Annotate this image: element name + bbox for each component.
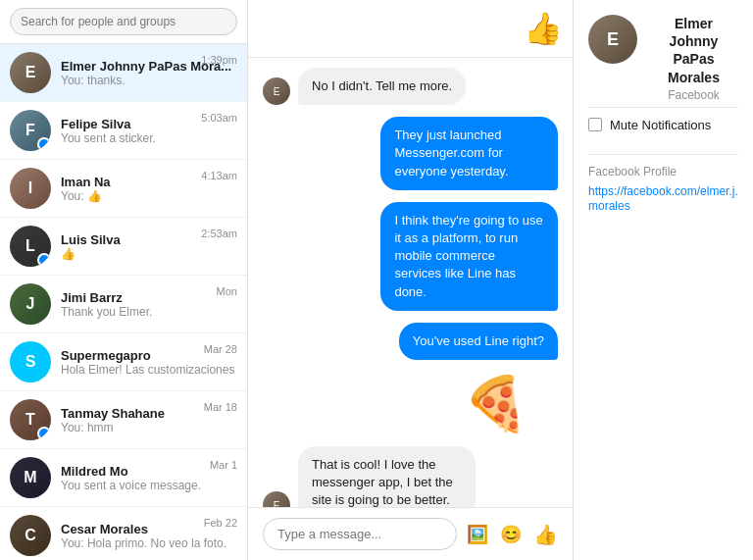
fb-profile-section: Facebook Profile https://facebook.com/el… xyxy=(588,154,738,213)
contact-item-luis[interactable]: L Luis Silva 👍 2:53am xyxy=(0,218,247,276)
emoji-icon[interactable]: 😊 xyxy=(500,524,522,545)
avatar-cesar: C xyxy=(10,515,51,556)
contact-time-cesar: Feb 22 xyxy=(204,517,237,529)
contact-item-tanmay[interactable]: T Tanmay Shahane You: hmm Mar 18 xyxy=(0,391,247,449)
message-input[interactable] xyxy=(263,518,457,550)
contact-preview-elmer: You: thanks. xyxy=(61,74,237,87)
contact-preview-jimi: Thank you Elmer. xyxy=(61,305,237,319)
contact-info-jimi: Jimi Barrz Thank you Elmer. xyxy=(61,290,237,319)
msg-avatar-0: E xyxy=(263,77,290,105)
profile-info: Elmer Johnny PaPas Morales Facebook xyxy=(649,15,738,102)
contact-preview-tanmay: You: hmm xyxy=(61,421,237,434)
msg-row-sent-3: You've used Line right? xyxy=(263,323,558,360)
avatar-elmer: E xyxy=(10,52,51,93)
msg-bubble-sent-3: You've used Line right? xyxy=(399,323,558,360)
chat-icons: 🖼️ 😊 👍 xyxy=(467,523,558,546)
contact-preview-felipe: You sent a sticker. xyxy=(61,131,237,145)
contact-item-mildred[interactable]: M Mildred Mo You sent a voice message. M… xyxy=(0,449,247,507)
contact-preview-luis: 👍 xyxy=(61,247,237,261)
contact-time-super: Mar 28 xyxy=(204,343,237,355)
search-bar xyxy=(0,0,247,44)
msg-bubble-0: No I didn't. Tell me more. xyxy=(298,68,466,105)
contact-preview-cesar: You: Hola primo. No veo la foto. xyxy=(61,536,237,550)
msg-row-sent-1: They just launched Messenger.com for eve… xyxy=(263,117,558,190)
contact-item-iman[interactable]: I Iman Na You: 👍 4:13am xyxy=(0,160,247,218)
avatar-felipe: F xyxy=(10,110,51,151)
contact-item-cesar[interactable]: C Cesar Morales You: Hola primo. No veo … xyxy=(0,507,247,560)
avatar-jimi: J xyxy=(10,283,51,325)
contact-item-super[interactable]: S Supermegapro Hola Elmer! Las customiza… xyxy=(0,333,247,391)
mute-checkbox[interactable] xyxy=(588,118,602,131)
mute-row: Mute Notifications xyxy=(588,107,738,142)
contact-time-tanmay: Mar 18 xyxy=(204,401,237,413)
contact-time-mildred: Mar 1 xyxy=(210,459,237,471)
right-panel: E Elmer Johnny PaPas Morales Facebook Mu… xyxy=(574,0,753,560)
sticker-4: 🍕 xyxy=(463,377,528,430)
left-panel: E Elmer Johnny PaPas Mora... You: thanks… xyxy=(0,0,248,560)
avatar-tanmay: T xyxy=(10,399,51,440)
chat-header: 👍 xyxy=(248,0,573,58)
contact-time-jimi: Mon xyxy=(217,285,237,297)
thumbs-up-send-icon[interactable]: 👍 xyxy=(533,523,558,546)
contact-list: E Elmer Johnny PaPas Mora... You: thanks… xyxy=(0,44,247,560)
avatar-luis: L xyxy=(10,226,51,267)
profile-source: Facebook xyxy=(649,88,738,102)
avatar-iman: I xyxy=(10,168,51,209)
msg-avatar-5: E xyxy=(263,491,290,507)
contact-name-jimi: Jimi Barrz xyxy=(61,290,237,305)
avatar-mildred: M xyxy=(10,457,51,498)
contact-time-elmer: 1:39pm xyxy=(201,54,237,66)
profile-header: E Elmer Johnny PaPas Morales Facebook xyxy=(588,15,738,102)
contact-item-felipe[interactable]: F Felipe Silva You sent a sticker. 5:03a… xyxy=(0,102,247,160)
msg-bubble-5: That is cool! I love the messenger app, … xyxy=(298,446,476,507)
fb-profile-title: Facebook Profile xyxy=(588,165,738,178)
profile-avatar: E xyxy=(588,15,637,64)
contact-preview-super: Hola Elmer! Las customizaciones senc... xyxy=(61,363,237,377)
msg-row-sent-2: I think they're going to use it as a pla… xyxy=(263,202,558,311)
fb-profile-link[interactable]: https://facebook.com/elmer.j.morales xyxy=(588,184,738,213)
sticker-row-4: 🍕 xyxy=(263,372,558,434)
msg-row-0: ENo I didn't. Tell me more. xyxy=(263,68,558,105)
profile-name: Elmer Johnny PaPas Morales xyxy=(649,15,738,86)
avatar-super: S xyxy=(10,341,51,382)
contact-preview-mildred: You sent a voice message. xyxy=(61,479,237,492)
contact-time-luis: 2:53am xyxy=(201,228,237,239)
msg-bubble-sent-1: They just launched Messenger.com for eve… xyxy=(380,117,558,190)
contact-time-felipe: 5:03am xyxy=(201,112,237,124)
contact-time-iman: 4:13am xyxy=(201,170,237,181)
contact-item-elmer[interactable]: E Elmer Johnny PaPas Mora... You: thanks… xyxy=(0,44,247,102)
contact-item-jimi[interactable]: J Jimi Barrz Thank you Elmer. Mon xyxy=(0,276,247,333)
contact-preview-iman: You: 👍 xyxy=(61,189,237,203)
chat-input-area: 🖼️ 😊 👍 xyxy=(248,507,573,560)
msg-row-5: EThat is cool! I love the messenger app,… xyxy=(263,446,558,507)
thumbs-up-header-icon[interactable]: 👍 xyxy=(524,10,563,47)
middle-panel: 👍 ENo I didn't. Tell me more.They just l… xyxy=(248,0,574,560)
messages-area: ENo I didn't. Tell me more.They just lau… xyxy=(248,58,573,507)
search-input[interactable] xyxy=(10,8,237,35)
mute-label: Mute Notifications xyxy=(610,118,711,132)
msg-bubble-sent-2: I think they're going to use it as a pla… xyxy=(380,202,558,311)
image-icon[interactable]: 🖼️ xyxy=(467,524,488,545)
